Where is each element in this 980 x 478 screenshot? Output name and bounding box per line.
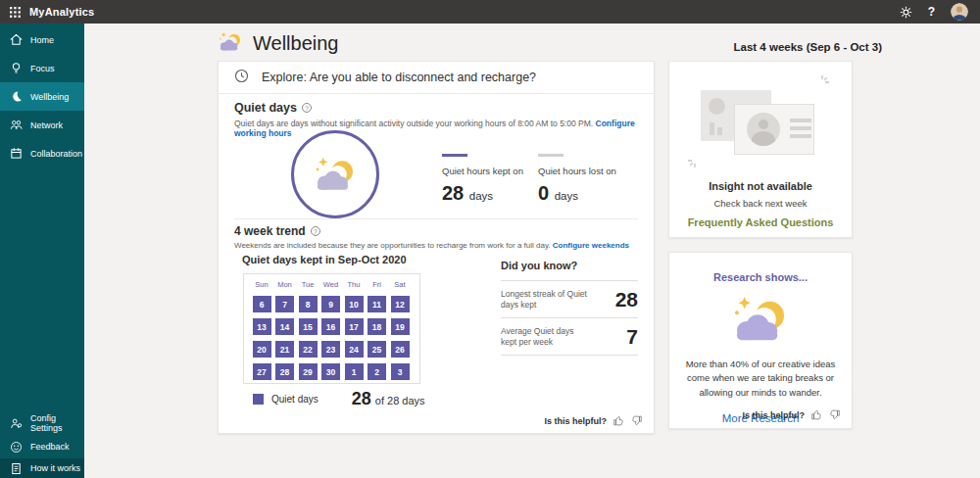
lightbulb-icon xyxy=(9,62,23,75)
quiet-days-swatch xyxy=(253,394,264,405)
calendar-weekday: Sat xyxy=(389,280,411,292)
calendar-day-cell: 19 xyxy=(391,318,410,335)
stat-label: Quiet hours lost on xyxy=(538,166,636,176)
people-icon xyxy=(9,119,23,132)
fact-label: Longest streak of Quiet days kept xyxy=(501,289,591,311)
calendar-day-cell: 27 xyxy=(253,363,271,380)
stat-quiet-hours-lost: Quiet hours lost on 0 days xyxy=(538,154,636,205)
page-header: Wellbeing xyxy=(218,31,338,56)
research-body: More than 40% of our creative ideas come… xyxy=(678,358,843,400)
info-icon[interactable]: ? xyxy=(311,226,320,236)
sidebar-item-collaboration[interactable]: Collaboration xyxy=(0,139,84,167)
calendar-day-cell: 29 xyxy=(299,363,318,380)
calendar-day-cell: 17 xyxy=(345,318,364,335)
smiley-icon xyxy=(9,440,23,454)
quiet-days-description: Quiet days are days without significant … xyxy=(234,119,638,138)
app-launcher-waffle-icon[interactable] xyxy=(0,0,29,24)
sidebar-item-network[interactable]: Network xyxy=(0,111,84,139)
calendar-weekday: Wed xyxy=(320,280,342,292)
calendar-day-cell: 21 xyxy=(275,341,294,358)
insight-card: Insight not available Check back next we… xyxy=(668,61,853,238)
moon-cloud-icon xyxy=(669,295,852,348)
quiet-days-section-header: Quiet days ? Quiet days are days without… xyxy=(234,101,638,138)
sidebar-item-wellbeing[interactable]: Wellbeing xyxy=(0,82,84,111)
info-icon[interactable]: ? xyxy=(302,103,312,113)
page-title: Wellbeing xyxy=(253,32,338,55)
legend-total: 28 of 28 days xyxy=(352,389,425,409)
calendar-legend: Quiet days 28 of 28 days xyxy=(253,389,425,409)
calendar-day-cell: 14 xyxy=(275,318,294,335)
person-gear-icon xyxy=(9,416,23,430)
calendar-day-cell: 10 xyxy=(345,296,364,312)
calendar-day-cell: 2 xyxy=(368,363,386,380)
legend-label: Quiet days xyxy=(271,394,318,405)
stat-label: Quiet hours kept on xyxy=(442,166,540,176)
help-icon[interactable]: ? xyxy=(928,5,935,19)
thumbs-up-icon[interactable] xyxy=(613,415,624,426)
sparkle-icon xyxy=(687,152,704,168)
clock-icon xyxy=(234,69,249,86)
thumbs-down-icon[interactable] xyxy=(829,409,840,420)
sidebar-item-label: Config Settings xyxy=(30,413,84,433)
calendar-day-cell: 28 xyxy=(275,363,294,380)
calendar-day-cell: 16 xyxy=(321,318,340,335)
calendar-day-cell: 26 xyxy=(391,341,410,358)
settings-gear-icon[interactable] xyxy=(900,6,912,19)
moon-cloud-icon xyxy=(313,156,358,193)
user-avatar[interactable] xyxy=(951,3,968,21)
divider xyxy=(234,218,638,219)
placeholder-pie xyxy=(709,98,725,115)
calendar-grid: SunMonTueWedThuFriSat6789101112131415161… xyxy=(251,280,413,382)
trend-title-row: 4 week trend ? xyxy=(234,224,638,238)
calendar-weekday: Thu xyxy=(343,280,365,292)
stat-bar xyxy=(442,154,467,157)
sidebar-nav: Home Focus Wellbeing Network xyxy=(0,24,84,167)
calendar-day-cell: 25 xyxy=(368,341,386,358)
trend-title: 4 week trend xyxy=(234,224,306,238)
stat-quiet-hours-kept: Quiet hours kept on 28 days xyxy=(442,154,540,205)
calendar-day-cell: 12 xyxy=(391,296,410,312)
wellbeing-moon-cloud-icon xyxy=(218,31,243,56)
quiet-days-title: Quiet days xyxy=(234,101,297,115)
sidebar-item-focus[interactable]: Focus xyxy=(0,54,84,82)
sparkle-icon xyxy=(813,74,830,91)
calendar-title: Quiet days kept in Sep-Oct 2020 xyxy=(242,254,407,265)
calendar-day-cell: 30 xyxy=(321,363,340,380)
quiet-days-title-row: Quiet days ? xyxy=(234,101,638,115)
quiet-days-ring xyxy=(291,130,379,218)
is-this-helpful-label: Is this helpful? xyxy=(742,410,805,420)
sidebar-item-label: Network xyxy=(30,120,63,130)
sidebar-item-home[interactable]: Home xyxy=(0,25,84,54)
sidebar-item-label: Feedback xyxy=(30,442,70,452)
fact-value: 7 xyxy=(626,325,638,349)
calendar-weekday: Sun xyxy=(251,280,272,292)
sidebar-item-how-it-works[interactable]: How it works xyxy=(0,458,84,478)
fact-value: 28 xyxy=(615,288,638,311)
calendar-day-cell: 8 xyxy=(299,296,318,312)
sidebar: Home Focus Wellbeing Network xyxy=(0,24,84,478)
configure-weekends-link[interactable]: Configure weekends xyxy=(553,241,629,250)
sidebar-item-label: Focus xyxy=(30,64,55,73)
sidebar-item-feedback[interactable]: Feedback xyxy=(0,435,84,458)
sidebar-item-label: Home xyxy=(30,35,54,45)
quiet-days-card: Explore: Are you able to disconnect and … xyxy=(218,61,655,434)
did-you-know-panel: Did you know? Longest streak of Quiet da… xyxy=(501,260,638,356)
myanalytics-app: MyAnalytics ? Home Focus xyxy=(0,0,980,478)
fact-average-per-week: Average Quiet days kept per week 7 xyxy=(501,318,638,356)
calendar-day-cell: 20 xyxy=(253,341,271,358)
feedback-row: Is this helpful? xyxy=(742,409,840,420)
calendar-day-cell: 3 xyxy=(391,363,410,380)
document-icon xyxy=(9,461,23,475)
moon-icon xyxy=(9,90,23,104)
research-title: Research shows... xyxy=(669,271,852,283)
thumbs-down-icon[interactable] xyxy=(631,415,642,426)
faq-link[interactable]: Frequently Asked Questions xyxy=(669,216,852,228)
legend-suffix: of 28 days xyxy=(375,395,425,406)
thumbs-up-icon[interactable] xyxy=(811,409,822,420)
calendar-day-cell: 11 xyxy=(368,296,386,312)
sidebar-item-config-settings[interactable]: Config Settings xyxy=(0,411,84,435)
explore-banner[interactable]: Explore: Are you able to disconnect and … xyxy=(219,62,654,94)
trend-section-header: 4 week trend ? Weekends are included bec… xyxy=(234,224,638,250)
insight-subtitle: Check back next week xyxy=(669,198,852,209)
calendar-day-cell: 24 xyxy=(345,341,364,358)
